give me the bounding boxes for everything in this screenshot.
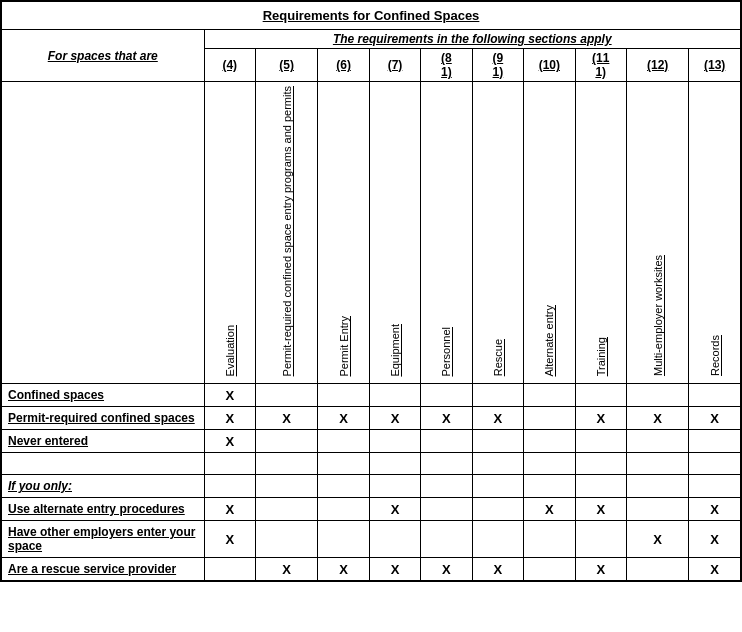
spacer-row	[2, 453, 741, 475]
row-label-if-you-only: If you only:	[2, 475, 205, 498]
cell-6-5	[472, 521, 523, 558]
spacer-c5	[472, 453, 523, 475]
cell-2-4	[421, 430, 472, 453]
spacer-c7	[575, 453, 626, 475]
cell-5-9: X	[689, 498, 741, 521]
cell-0-6	[524, 384, 575, 407]
col-permit-programs: Permit-required confined space entry pro…	[255, 82, 317, 384]
cell-4-7	[575, 475, 626, 498]
cell-6-1	[255, 521, 317, 558]
cell-5-7: X	[575, 498, 626, 521]
section-11: (11 1)	[575, 49, 626, 82]
cell-0-0: X	[204, 384, 255, 407]
section-10: (10)	[524, 49, 575, 82]
cell-5-2	[318, 498, 369, 521]
row-label-rescue-provider: Are a rescue service provider	[2, 558, 205, 581]
cell-0-2	[318, 384, 369, 407]
section-4: (4)	[204, 49, 255, 82]
col-personnel: Personnel	[421, 82, 472, 384]
cell-1-0: X	[204, 407, 255, 430]
requirements-header: The requirements in the following sectio…	[204, 30, 740, 49]
spacer-c4	[421, 453, 472, 475]
cell-5-4	[421, 498, 472, 521]
cell-7-5: X	[472, 558, 523, 581]
cell-6-2	[318, 521, 369, 558]
cell-7-1: X	[255, 558, 317, 581]
spacer-c2	[318, 453, 369, 475]
col-rescue: Rescue	[472, 82, 523, 384]
cell-7-8	[626, 558, 688, 581]
cell-2-0: X	[204, 430, 255, 453]
cell-6-9: X	[689, 521, 741, 558]
cell-2-1	[255, 430, 317, 453]
cell-5-8	[626, 498, 688, 521]
cell-4-5	[472, 475, 523, 498]
cell-5-1	[255, 498, 317, 521]
cell-7-0	[204, 558, 255, 581]
cell-1-5: X	[472, 407, 523, 430]
cell-1-8: X	[626, 407, 688, 430]
table-row: Are a rescue service provider X X X X X …	[2, 558, 741, 581]
row-label-other-employers: Have other employers enter your space	[2, 521, 205, 558]
section-6: (6)	[318, 49, 369, 82]
cell-4-0	[204, 475, 255, 498]
cell-2-6	[524, 430, 575, 453]
cell-7-4: X	[421, 558, 472, 581]
cell-6-6	[524, 521, 575, 558]
table-title: Requirements for Confined Spaces	[2, 2, 741, 30]
cell-1-3: X	[369, 407, 420, 430]
col-evaluation: Evaluation	[204, 82, 255, 384]
cell-2-9	[689, 430, 741, 453]
cell-2-2	[318, 430, 369, 453]
cell-0-3	[369, 384, 420, 407]
col-training: Training	[575, 82, 626, 384]
cell-2-8	[626, 430, 688, 453]
table-row: If you only:	[2, 475, 741, 498]
section-5: (5)	[255, 49, 317, 82]
cell-2-3	[369, 430, 420, 453]
spaces-col-spacer	[2, 82, 205, 384]
col-permit-entry: Permit Entry	[318, 82, 369, 384]
cell-5-0: X	[204, 498, 255, 521]
cell-0-4	[421, 384, 472, 407]
spacer-c3	[369, 453, 420, 475]
cell-4-2	[318, 475, 369, 498]
for-spaces-header: For spaces that are	[2, 30, 205, 82]
spacer-c1	[255, 453, 317, 475]
section-9: (9 1)	[472, 49, 523, 82]
spacer-c9	[689, 453, 741, 475]
cell-0-7	[575, 384, 626, 407]
row-label-alternate-entry: Use alternate entry procedures	[2, 498, 205, 521]
col-alternate-entry: Alternate entry	[524, 82, 575, 384]
spacer-label	[2, 453, 205, 475]
cell-4-8	[626, 475, 688, 498]
main-container: Requirements for Confined Spaces For spa…	[0, 0, 742, 582]
cell-0-1	[255, 384, 317, 407]
cell-4-9	[689, 475, 741, 498]
table-row: Use alternate entry procedures X X X X X	[2, 498, 741, 521]
spacer-c8	[626, 453, 688, 475]
row-label-permit-required: Permit-required confined spaces	[2, 407, 205, 430]
cell-1-7: X	[575, 407, 626, 430]
col-records: Records	[689, 82, 741, 384]
cell-5-3: X	[369, 498, 420, 521]
section-12: (12)	[626, 49, 688, 82]
cell-4-3	[369, 475, 420, 498]
cell-0-5	[472, 384, 523, 407]
cell-1-2: X	[318, 407, 369, 430]
cell-2-5	[472, 430, 523, 453]
cell-5-5	[472, 498, 523, 521]
cell-4-1	[255, 475, 317, 498]
col-multi-employer: Multi-employer worksites	[626, 82, 688, 384]
cell-6-4	[421, 521, 472, 558]
cell-7-3: X	[369, 558, 420, 581]
spacer-c0	[204, 453, 255, 475]
table-row: Never entered X	[2, 430, 741, 453]
section-8: (8 1)	[421, 49, 472, 82]
cell-1-4: X	[421, 407, 472, 430]
cell-7-7: X	[575, 558, 626, 581]
section-7: (7)	[369, 49, 420, 82]
cell-5-6: X	[524, 498, 575, 521]
spacer-c6	[524, 453, 575, 475]
table-row: Confined spaces X	[2, 384, 741, 407]
